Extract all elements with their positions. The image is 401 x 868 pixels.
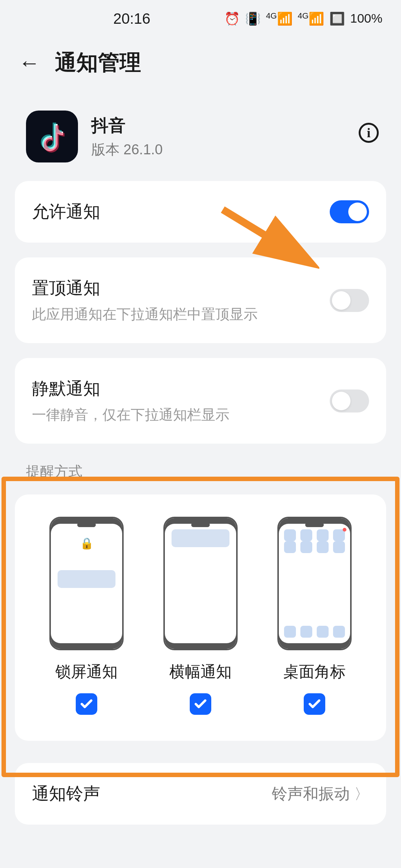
app-info-row: 抖音 版本 26.1.0 i	[0, 99, 401, 166]
badge-preview	[277, 517, 352, 650]
banner-label: 横幅通知	[169, 661, 232, 682]
badge-label: 桌面角标	[283, 661, 346, 682]
silent-notifications-label: 静默通知	[32, 377, 319, 400]
page-title: 通知管理	[55, 48, 141, 77]
status-bar: 20:16 ⏰ 📳 4G📶 4G📶 🔲 100%	[0, 0, 401, 37]
battery-percent: 100%	[350, 11, 382, 26]
badge-checkbox[interactable]	[304, 693, 325, 715]
ringtone-card: 通知铃声 铃声和振动 〉	[15, 763, 386, 825]
ringtone-label: 通知铃声	[32, 782, 261, 805]
pin-notifications-subtitle: 此应用通知在下拉通知栏中置顶显示	[32, 305, 319, 324]
pin-notifications-toggle[interactable]	[330, 289, 369, 312]
silent-notifications-toggle[interactable]	[330, 389, 369, 412]
music-note-icon	[35, 120, 69, 153]
mode-lockscreen[interactable]: 🔒 锁屏通知	[49, 517, 124, 715]
chevron-right-icon: 〉	[354, 784, 369, 804]
status-icons: ⏰ 📳 4G📶 4G📶 🔲 100%	[224, 11, 382, 26]
mode-banner[interactable]: 横幅通知	[163, 517, 238, 715]
reminder-section-header: 提醒方式	[0, 444, 401, 485]
page-header: ← 通知管理	[0, 37, 401, 99]
pin-notifications-label: 置顶通知	[32, 277, 319, 300]
info-icon[interactable]: i	[359, 123, 379, 143]
check-icon	[193, 697, 208, 711]
signal-2-icon: 4G📶	[298, 11, 324, 26]
app-version: 版本 26.1.0	[91, 140, 163, 159]
silent-notifications-subtitle: 一律静音，仅在下拉通知栏显示	[32, 405, 319, 424]
signal-1-icon: 4G📶	[266, 11, 292, 26]
app-name: 抖音	[91, 114, 163, 137]
allow-notifications-row[interactable]: 允许通知	[30, 181, 371, 243]
banner-checkbox[interactable]	[190, 693, 211, 715]
lockscreen-label: 锁屏通知	[55, 661, 118, 682]
lockscreen-checkbox[interactable]	[76, 693, 97, 715]
back-icon[interactable]: ←	[19, 52, 40, 73]
status-time: 20:16	[113, 10, 150, 27]
check-icon	[79, 697, 94, 711]
vibrate-icon: 📳	[245, 11, 261, 26]
mode-badge[interactable]: 桌面角标	[277, 517, 352, 715]
allow-notifications-toggle[interactable]	[330, 200, 369, 223]
battery-icon: 🔲	[329, 11, 345, 26]
lockscreen-preview: 🔒	[49, 517, 124, 650]
ringtone-row[interactable]: 通知铃声 铃声和振动 〉	[30, 763, 371, 825]
banner-preview	[163, 517, 238, 650]
lock-icon: 🔒	[80, 537, 94, 550]
ringtone-value: 铃声和振动	[272, 783, 350, 804]
pin-notifications-card: 置顶通知 此应用通知在下拉通知栏中置顶显示	[15, 257, 386, 343]
silent-notifications-row[interactable]: 静默通知 一律静音，仅在下拉通知栏显示	[30, 358, 371, 444]
alarm-icon: ⏰	[224, 11, 240, 26]
pin-notifications-row[interactable]: 置顶通知 此应用通知在下拉通知栏中置顶显示	[30, 257, 371, 343]
check-icon	[307, 697, 322, 711]
app-icon-douyin	[26, 111, 78, 162]
allow-notifications-label: 允许通知	[32, 200, 319, 223]
silent-notifications-card: 静默通知 一律静音，仅在下拉通知栏显示	[15, 358, 386, 444]
allow-notifications-card: 允许通知	[15, 181, 386, 243]
reminder-modes-card: 🔒 锁屏通知 横幅通知 桌面角标	[15, 494, 386, 741]
